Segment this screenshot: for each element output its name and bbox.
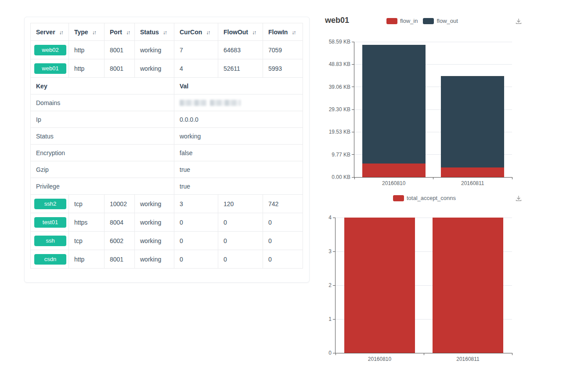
column-header-port[interactable]: Port↓↑ [105,23,135,41]
curcon-cell: 0 [174,250,218,269]
y-axis-tick [352,42,354,42]
legend-item-flow-out[interactable]: flow_out [423,18,458,24]
kv-row: Status working [31,128,303,145]
sort-icon[interactable]: ↓↑ [59,29,63,36]
bar-flow_in[interactable] [362,164,426,177]
table-row: ssh2 tcp 10002 working 3 120 742 [31,195,303,213]
y-axis-tick [352,177,354,178]
curcon-cell: 0 [174,213,218,232]
table-row: web02 http 8001 working 7 64683 7059 [31,41,303,59]
column-header-curcon[interactable]: CurCon↓↑ [174,23,218,41]
y-axis-tick [333,285,335,286]
port-cell: 8004 [105,213,135,232]
x-axis-label: 20160810 [368,356,391,362]
column-header-server[interactable]: Server↓↑ [31,23,69,41]
gridline [354,42,512,42]
sort-icon[interactable]: ↓↑ [252,29,256,36]
column-label: Type [74,29,88,36]
y-axis-tick [333,353,335,353]
sort-icon[interactable]: ↓↑ [292,29,295,36]
type-cell: http [69,250,105,269]
curcon-cell: 7 [174,41,218,59]
y-axis-label: 4 [328,214,332,221]
column-header-type[interactable]: Type↓↑ [69,23,105,41]
kv-key: Status [31,128,174,145]
x-axis-tick [335,353,336,355]
kv-key: Domains [31,94,174,111]
plot-area: 0.00 KB9.77 KB19.53 KB29.30 KB39.06 KB48… [354,42,512,178]
download-icon[interactable] [515,18,523,25]
table-row: web01 http 8001 working 4 52611 5993 [31,59,303,78]
table-header-row: Server↓↑ Type↓↑ Port↓↑ Status↓↑ CurCon↓↑… [31,23,303,41]
server-badge[interactable]: csdn [34,254,66,265]
server-badge[interactable]: ssh [34,236,66,246]
type-cell: tcp [69,232,105,250]
bar-flow_out[interactable] [441,76,504,167]
bar-flow_out[interactable] [362,45,426,164]
chart-title: web01 [325,16,349,25]
y-axis-tick [352,154,354,155]
column-label: Port [110,29,122,36]
status-cell: working [135,213,174,232]
bar-flow_in[interactable] [441,167,504,177]
y-axis-label: 0.00 KB [332,174,350,180]
kv-key: Privilege [31,178,174,195]
download-icon[interactable] [515,195,523,203]
y-axis-tick [352,109,354,110]
y-axis-label: 29.30 KB [329,106,350,113]
x-axis-tick [433,177,433,179]
status-cell: working [135,59,174,78]
column-label: CurCon [180,29,202,36]
port-cell: 8001 [105,59,135,78]
kv-row: Encryption false [31,145,303,161]
x-axis-label: 20160811 [456,356,480,362]
server-detail-card: Server↓↑ Type↓↑ Port↓↑ Status↓↑ CurCon↓↑… [24,17,310,283]
y-axis-tick [352,132,354,132]
y-axis-tick [352,64,354,65]
column-header-status[interactable]: Status↓↑ [135,23,174,41]
sort-icon[interactable]: ↓↑ [163,29,166,36]
port-cell: 8001 [105,41,135,59]
server-badge[interactable]: web02 [34,45,66,55]
sort-icon[interactable]: ↓↑ [206,29,209,36]
column-label: Server [36,29,55,36]
kv-key-header: Key [31,78,174,94]
bar-total_accept_conns[interactable] [344,218,415,353]
table-row: test01 https 8004 working 0 0 0 [31,213,303,232]
y-axis-label: 3 [328,248,332,254]
x-axis-tick [424,353,424,355]
curcon-cell: 0 [174,232,218,250]
y-axis-tick [333,251,335,252]
sort-icon[interactable]: ↓↑ [126,29,130,36]
kv-val: 0.0.0.0 [174,111,303,128]
column-header-flowin[interactable]: FlowIn↓↑ [263,23,303,41]
legend-item-total-accept-conns[interactable]: total_accept_conns [393,195,456,201]
type-cell: http [69,41,105,59]
legend-swatch-flow-out [423,18,434,24]
server-table: Server↓↑ Type↓↑ Port↓↑ Status↓↑ CurCon↓↑… [30,23,303,269]
legend-swatch-flow-in [386,18,397,24]
server-badge[interactable]: web01 [34,63,66,74]
legend-item-flow-in[interactable]: flow_in [386,18,418,24]
redacted-domain-text [180,100,207,106]
flowout-cell: 64683 [218,41,263,59]
port-cell: 8001 [105,250,135,269]
flowin-cell: 0 [263,213,303,232]
bar-total_accept_conns[interactable] [433,218,503,353]
x-axis-tick [512,353,512,355]
column-header-flowout[interactable]: FlowOut↓↑ [218,23,263,41]
flowin-cell: 0 [263,232,303,250]
legend-label: total_accept_conns [407,195,456,201]
chart-legend: total_accept_conns [393,195,456,201]
redacted-domain-text [210,100,241,106]
kv-header-row: Key Val [31,78,303,94]
sort-icon[interactable]: ↓↑ [92,29,96,36]
legend-label: flow_in [400,18,418,24]
server-badge[interactable]: test01 [34,217,66,228]
server-badge[interactable]: ssh2 [34,199,66,209]
table-row: csdn http 8001 working 0 0 0 [31,250,303,269]
y-axis-label: 39.06 KB [329,84,350,90]
kv-val: working [174,128,303,145]
chart-legend: flow_in flow_out [386,18,458,24]
flowout-cell: 52611 [218,59,263,78]
